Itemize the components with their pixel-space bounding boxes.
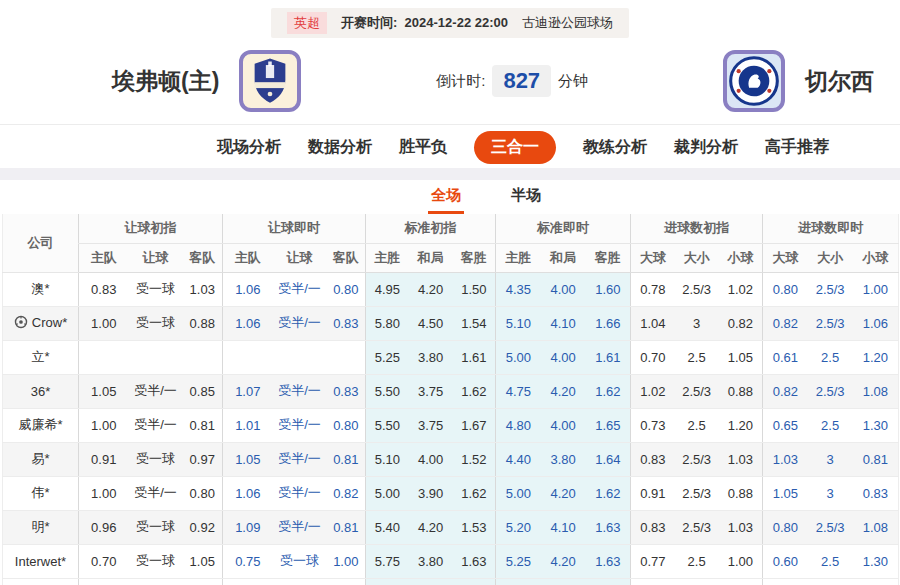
odds-cell: 0.83 [327, 374, 366, 408]
odds-cell: 2.5 [808, 408, 853, 442]
odds-cell: 0.81 [327, 510, 366, 544]
odds-cell: 0.61 [763, 340, 808, 374]
company-cell[interactable]: 伟* [3, 476, 79, 510]
company-cell[interactable]: 澳* [3, 272, 79, 306]
odds-cell: 0.82 [763, 306, 808, 340]
divider-strip [0, 168, 900, 180]
company-cell[interactable]: Crow* [3, 306, 79, 340]
odds-cell: 0.88 [183, 306, 223, 340]
subcol-header: 大球 [631, 243, 675, 272]
company-cell[interactable]: 36* [3, 374, 79, 408]
table-row: 36*1.05受半/一0.851.07受半/一0.835.503.751.624… [3, 374, 899, 408]
odds-cell: 4.00 [541, 272, 586, 306]
venue: 古迪逊公园球场 [522, 14, 613, 32]
odds-cell: 1.61 [586, 340, 631, 374]
company-header: 公司 [3, 214, 79, 272]
company-name: 明* [31, 519, 49, 534]
subcol-header: 大小 [808, 243, 853, 272]
odds-cell: 5.10 [366, 442, 409, 476]
odds-cell: 4.00 [541, 408, 586, 442]
nav-tab[interactable]: 现场分析 [217, 137, 281, 158]
odds-cell: 1.08 [853, 374, 899, 408]
subcol-header: 让球 [129, 243, 183, 272]
odds-cell: 4.95 [366, 272, 409, 306]
odds-cell: 2.5 [808, 544, 853, 578]
odds-cell: 1.03 [719, 442, 763, 476]
odds-cell: 0.83 [631, 510, 675, 544]
odds-cell: 4.20 [541, 476, 586, 510]
odds-cell: 1.00 [853, 272, 899, 306]
odds-cell: 1.64 [586, 442, 631, 476]
nav-tab[interactable]: 胜平负 [399, 137, 447, 158]
odds-cell: 5.00 [496, 340, 541, 374]
kickoff-time: 开赛时间: 2024-12-22 22:00 [341, 14, 508, 32]
match-info-bar: 英超 开赛时间: 2024-12-22 22:00 古迪逊公园球场 [0, 0, 900, 38]
odds-table: 公司 让球初指 让球即时 标准初指 标准即时 进球数初指 进球数即时 主队让球客… [2, 214, 899, 585]
odds-cell: 1.04 [631, 306, 675, 340]
odds-cell: 1.63 [586, 544, 631, 578]
odds-cell: 2.5/3 [675, 510, 719, 544]
odds-cell [327, 340, 366, 374]
odds-cell: 3.75 [409, 374, 453, 408]
odds-cell: 3.90 [409, 476, 453, 510]
table-row: 立*5.253.801.615.004.001.610.702.51.050.6… [3, 340, 899, 374]
subcol-header: 让球 [273, 243, 327, 272]
group-header-goals-initial: 进球数初指 [631, 214, 763, 243]
away-team: 切尔西 [723, 50, 874, 112]
odds-cell: 1.05 [719, 340, 763, 374]
home-team: 埃弗顿(主) [112, 50, 301, 112]
company-cell[interactable]: 立* [3, 340, 79, 374]
table-row: Crow*1.00受一球0.881.06受半/一0.835.804.501.54… [3, 306, 899, 340]
period-tabs: 全场半场 [0, 180, 900, 214]
subcol-header: 主队 [79, 243, 129, 272]
company-name: 威廉希* [18, 417, 62, 432]
odds-cell: 0.80 [327, 272, 366, 306]
company-cell[interactable]: Interwet* [3, 544, 79, 578]
odds-cell: 4.20 [409, 272, 453, 306]
odds-cell: 1.30 [853, 408, 899, 442]
odds-cell: 1.63 [586, 510, 631, 544]
odds-cell [79, 340, 129, 374]
period-tab[interactable]: 半场 [508, 186, 544, 214]
odds-cell: 0.92 [183, 510, 223, 544]
chelsea-badge-icon [723, 50, 785, 112]
odds-cell: 5.50 [366, 408, 409, 442]
odds-cell: 2.5/3 [808, 272, 853, 306]
odds-cell: 0.70 [631, 340, 675, 374]
group-header-row: 公司 让球初指 让球即时 标准初指 标准即时 进球数初指 进球数即时 [3, 214, 899, 243]
odds-cell: 5.25 [496, 544, 541, 578]
company-cell[interactable]: 易* [3, 442, 79, 476]
odds-cell: 0.97 [183, 442, 223, 476]
league-badge[interactable]: 英超 [287, 12, 327, 34]
period-tab[interactable]: 全场 [428, 186, 464, 214]
odds-cell: 1.00 [79, 306, 129, 340]
nav-tab[interactable]: 数据分析 [308, 137, 372, 158]
table-row: 澳*0.83受一球1.031.06受半/一0.804.954.201.504.3… [3, 272, 899, 306]
table-row: 易*0.91受一球0.971.05受半/一0.815.104.001.524.4… [3, 442, 899, 476]
nav-tab[interactable]: 高手推荐 [765, 137, 829, 158]
odds-cell: 2.5/3 [808, 374, 853, 408]
nav-tab[interactable]: 三合一 [474, 131, 556, 164]
odds-cell: 受半/一 [273, 306, 327, 340]
odds-cell: 0.73 [631, 408, 675, 442]
odds-cell: 4.20 [541, 544, 586, 578]
odds-cell: 0.88 [719, 476, 763, 510]
company-name: Crow* [32, 315, 67, 330]
odds-cell: 0.82 [719, 306, 763, 340]
odds-cell [183, 340, 223, 374]
odds-cell: 1.67 [453, 408, 496, 442]
odds-cell: 5.80 [366, 306, 409, 340]
company-cell[interactable]: 明* [3, 510, 79, 544]
nav-tab[interactable]: 教练分析 [583, 137, 647, 158]
odds-cell: 1.08 [853, 510, 899, 544]
nav-tab[interactable]: 裁判分析 [674, 137, 738, 158]
subcol-header: 和局 [541, 243, 586, 272]
odds-cell: 5.00 [496, 476, 541, 510]
odds-cell: 受半/一 [129, 476, 183, 510]
odds-cell: 1.50 [453, 272, 496, 306]
odds-cell: 0.83 [79, 272, 129, 306]
odds-cell: 受一球 [129, 272, 183, 306]
table-row: 明*0.96受一球0.921.09受半/一0.815.404.201.535.2… [3, 510, 899, 544]
company-cell[interactable]: 威廉希* [3, 408, 79, 442]
odds-cell: 4.00 [409, 442, 453, 476]
